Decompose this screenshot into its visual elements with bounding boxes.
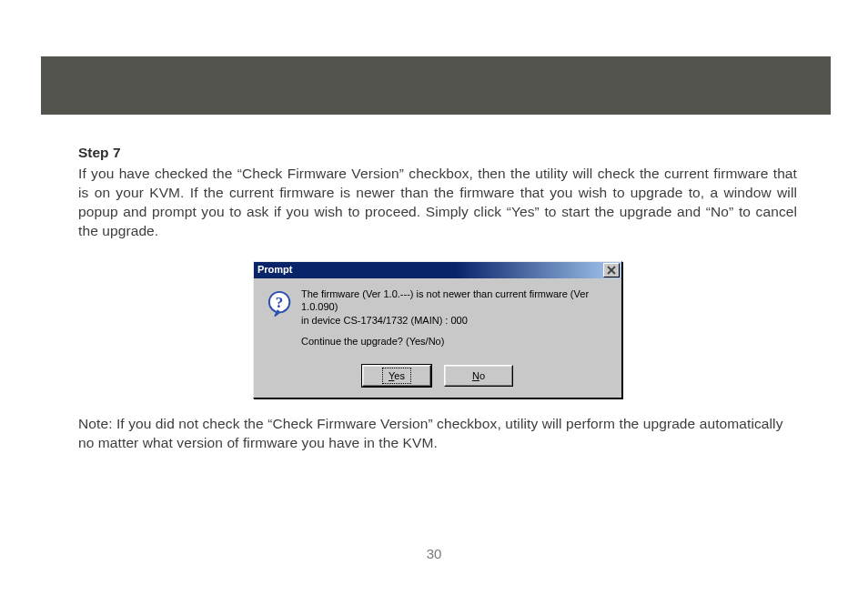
yes-button-rest: es — [394, 370, 405, 381]
no-button-rest: o — [479, 370, 485, 381]
svg-text:?: ? — [276, 293, 283, 310]
dialog-title: Prompt — [257, 263, 293, 277]
document-page: Step 7 If you have checked the “Check Fi… — [0, 0, 868, 605]
close-button[interactable] — [603, 263, 620, 277]
dialog-figure: Prompt ? — [78, 261, 797, 398]
dialog-line-2: in device CS-1734/1732 (MAIN) : 000 — [301, 315, 468, 326]
dialog-button-row: Yes No — [254, 359, 621, 398]
step-title: Step 7 — [78, 144, 797, 163]
note-paragraph: Note: If you did not check the “Check Fi… — [78, 415, 797, 453]
step-paragraph: If you have checked the “Check Firmware … — [78, 165, 797, 241]
header-band — [41, 56, 831, 115]
question-mark-icon: ? — [265, 287, 296, 356]
no-button[interactable]: No — [444, 365, 513, 387]
dialog-message: The firmware (Ver 1.0.---) is not newer … — [296, 287, 611, 356]
dialog-titlebar: Prompt — [254, 262, 621, 278]
prompt-dialog: Prompt ? — [253, 261, 622, 398]
content-block: Step 7 If you have checked the “Check Fi… — [78, 144, 797, 453]
dialog-line-1: The firmware (Ver 1.0.---) is not newer … — [301, 288, 589, 313]
page-number: 30 — [0, 546, 868, 561]
dialog-body: ? The firmware (Ver 1.0.---) is not newe… — [254, 278, 621, 359]
dialog-line-3: Continue the upgrade? (Yes/No) — [301, 335, 611, 348]
yes-button[interactable]: Yes — [362, 365, 431, 387]
close-icon — [607, 266, 616, 275]
